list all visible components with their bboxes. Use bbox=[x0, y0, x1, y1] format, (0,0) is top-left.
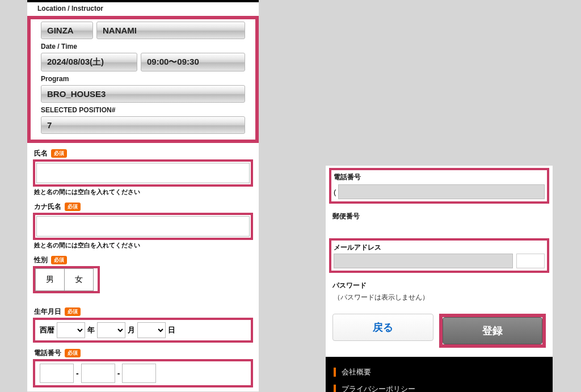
time-field: 09:00〜09:30 bbox=[141, 53, 245, 71]
dob-label: 生年月日 必須 bbox=[30, 307, 256, 317]
accent-bar-icon bbox=[334, 368, 336, 377]
date-time-label: Date / Time bbox=[31, 40, 255, 52]
dob-month-select[interactable] bbox=[97, 322, 125, 338]
dob-year-suffix: 年 bbox=[87, 325, 95, 335]
required-badge: 必須 bbox=[65, 307, 81, 316]
position-field: 7 bbox=[41, 116, 245, 134]
tel-label-text: 電話番号 bbox=[34, 348, 61, 358]
kana-input-highlight bbox=[33, 213, 253, 240]
right-tel-highlight: 電話番号 ( bbox=[329, 168, 549, 204]
kana-input[interactable] bbox=[36, 216, 250, 237]
dob-day-select[interactable] bbox=[137, 322, 166, 338]
gender-highlight: 男 女 bbox=[33, 266, 100, 293]
dob-highlight: 西暦 年 月 日 bbox=[33, 318, 253, 343]
tel-input-1[interactable] bbox=[40, 364, 74, 383]
footer-link-company[interactable]: 会社概要 bbox=[334, 364, 545, 381]
password-label: パスワード bbox=[332, 281, 546, 290]
instructor-field: NANAMI bbox=[96, 22, 245, 39]
password-section: パスワード （パスワードは表示しません） bbox=[326, 273, 553, 306]
right-phone-frame: 電話番号 ( 郵便番号 メールアドレス パスワード （パスワードは表示しません）… bbox=[326, 166, 553, 392]
program-label: Program bbox=[31, 73, 255, 84]
tel-sep-1: - bbox=[76, 369, 79, 378]
register-highlight: 登録 bbox=[439, 314, 546, 348]
button-row: 戻る 登録 bbox=[326, 306, 553, 357]
tel-input-3[interactable] bbox=[122, 364, 156, 383]
summary-highlight: GINZA NANAMI Date / Time 2024/08/03(土) 0… bbox=[27, 16, 259, 143]
name-input-highlight bbox=[33, 159, 253, 187]
gender-label-text: 性別 bbox=[34, 255, 48, 265]
accent-bar-icon bbox=[334, 385, 336, 392]
right-tel-label: 電話番号 bbox=[334, 172, 545, 182]
name-label: 氏名 必須 bbox=[30, 149, 256, 158]
location-instructor-label: Location / Instructor bbox=[27, 2, 259, 14]
dob-era-label: 西暦 bbox=[40, 325, 54, 335]
dob-month-suffix: 月 bbox=[128, 325, 135, 335]
dob-day-suffix: 日 bbox=[168, 325, 175, 335]
dob-label-text: 生年月日 bbox=[34, 307, 61, 317]
email-side-box bbox=[516, 254, 545, 268]
required-badge: 必須 bbox=[65, 349, 81, 357]
required-badge: 必須 bbox=[51, 256, 67, 264]
required-badge: 必須 bbox=[65, 203, 81, 211]
tel-label: 電話番号 必須 bbox=[30, 348, 256, 358]
back-button[interactable]: 戻る bbox=[332, 314, 433, 341]
tel-paren: ( bbox=[334, 188, 336, 196]
kana-label: カナ氏名 必須 bbox=[30, 202, 256, 212]
footer-privacy-text: プライバシーポリシー bbox=[342, 384, 415, 392]
tel-sep-2: - bbox=[117, 369, 120, 378]
postal-section: 郵便番号 bbox=[326, 204, 553, 227]
program-field: BRO_HOUSE3 bbox=[41, 85, 245, 103]
left-phone-frame: Location / Instructor GINZA NANAMI Date … bbox=[27, 0, 259, 391]
form-area: 氏名 必須 姓と名の間には空白を入れてください カナ氏名 必須 姓と名の間には空… bbox=[27, 149, 259, 387]
name-input[interactable] bbox=[36, 163, 250, 183]
email-input[interactable] bbox=[334, 254, 513, 268]
password-note: （パスワードは表示しません） bbox=[332, 293, 546, 302]
location-field: GINZA bbox=[41, 22, 93, 39]
date-field: 2024/08/03(土) bbox=[41, 53, 137, 71]
tel-input-2[interactable] bbox=[81, 364, 115, 383]
gender-female-button[interactable]: 女 bbox=[65, 268, 94, 291]
footer-company-text: 会社概要 bbox=[342, 367, 371, 377]
gender-label: 性別 必須 bbox=[30, 255, 256, 265]
required-badge: 必須 bbox=[51, 149, 67, 158]
gender-male-button[interactable]: 男 bbox=[35, 268, 65, 291]
position-label: SELECTED POSITION# bbox=[31, 104, 255, 115]
kana-label-text: カナ氏名 bbox=[34, 202, 61, 212]
tel-highlight: - - bbox=[33, 359, 253, 387]
name-hint: 姓と名の間には空白を入れてください bbox=[30, 187, 256, 196]
footer: 会社概要 プライバシーポリシー bbox=[326, 357, 553, 392]
postal-label: 郵便番号 bbox=[332, 212, 546, 221]
name-label-text: 氏名 bbox=[34, 149, 48, 158]
dob-year-select[interactable] bbox=[57, 322, 85, 338]
right-tel-input[interactable] bbox=[338, 184, 545, 199]
kana-hint: 姓と名の間には空白を入れてください bbox=[30, 240, 256, 250]
footer-link-privacy[interactable]: プライバシーポリシー bbox=[334, 381, 545, 392]
email-label: メールアドレス bbox=[334, 243, 545, 252]
email-highlight: メールアドレス bbox=[329, 238, 549, 273]
register-button[interactable]: 登録 bbox=[443, 317, 542, 344]
